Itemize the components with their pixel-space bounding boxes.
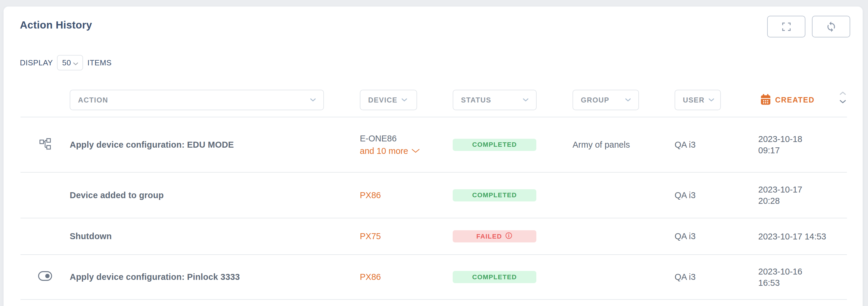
device-link[interactable]: PX75: [360, 231, 381, 241]
filter-device[interactable]: DEVICE: [360, 90, 417, 110]
action-label: Apply device configuration: Pinlock 3333: [70, 272, 240, 282]
calendar-icon: [760, 94, 771, 106]
fullscreen-icon: [781, 21, 792, 32]
action-type-icon-cell: [21, 271, 70, 283]
created-timestamp: 2023-10-18 09:17: [758, 133, 847, 156]
created-timestamp: 2023-10-17 14:53: [758, 231, 847, 242]
table-row: Apply device configuration: EDU MODE E-O…: [21, 117, 847, 173]
action-label: Shutdown: [70, 231, 112, 241]
sort-column-created[interactable]: CREATED: [758, 90, 847, 110]
user-label: QA i3: [675, 190, 695, 200]
fullscreen-button[interactable]: [767, 16, 805, 37]
chevron-down-icon: [73, 58, 78, 67]
refresh-icon: [826, 21, 837, 32]
sort-toggle[interactable]: [840, 91, 846, 105]
action-type-icon-cell: [21, 138, 70, 152]
sort-asc-icon: [840, 91, 846, 96]
status-badge: FAILED: [453, 230, 536, 243]
page-size-value: 50: [62, 58, 71, 67]
status-badge: COMPLETED: [453, 189, 536, 201]
status-label: COMPLETED: [472, 141, 517, 148]
table-row: Device added to group PX86 COMPLETED: [21, 173, 847, 218]
table-row: Shutdown PX75 FAILED QA i3: [21, 218, 847, 255]
user-label: QA i3: [675, 140, 695, 149]
group-label: Army of panels: [572, 140, 630, 149]
status-badge: COMPLETED: [453, 139, 536, 151]
status-label: COMPLETED: [472, 191, 517, 199]
page-size-select[interactable]: 50: [57, 55, 83, 71]
filter-status[interactable]: STATUS: [453, 90, 537, 110]
status-label: COMPLETED: [472, 273, 517, 281]
chevron-down-icon: [310, 98, 316, 103]
table-row: Apply device configuration: Pinlock 3333…: [21, 255, 847, 300]
action-label: Device added to group: [70, 190, 164, 200]
created-timestamp: 2023-10-16 16:53: [758, 266, 847, 288]
user-label: QA i3: [675, 272, 695, 282]
chevron-down-icon: [412, 149, 420, 153]
chevron-down-icon: [523, 98, 528, 103]
filter-group[interactable]: GROUP: [572, 90, 639, 110]
device-link[interactable]: PX86: [360, 272, 381, 282]
device-link[interactable]: PX86: [360, 190, 381, 200]
device-link[interactable]: E-ONE86: [360, 134, 397, 143]
page-size-control: DISPLAY 50 ITEMS: [20, 55, 112, 71]
sort-desc-icon: [840, 99, 846, 105]
created-label: CREATED: [775, 96, 815, 104]
status-badge: COMPLETED: [453, 271, 536, 283]
created-timestamp: 2023-10-17 20:28: [758, 184, 847, 206]
action-history-panel: Action History DISPLAY 50: [4, 6, 863, 306]
chevron-down-icon: [709, 98, 714, 103]
device-more-toggle[interactable]: and 10 more: [360, 146, 420, 156]
table-body: Apply device configuration: EDU MODE E-O…: [21, 117, 847, 300]
toggle-icon: [38, 271, 52, 283]
filter-action[interactable]: ACTION: [70, 90, 324, 110]
device-more-label: and 10 more: [360, 146, 408, 156]
items-label: ITEMS: [87, 58, 112, 67]
user-label: QA i3: [675, 231, 695, 241]
filter-user[interactable]: USER: [675, 90, 721, 110]
display-label: DISPLAY: [20, 58, 53, 67]
status-label: FAILED: [476, 232, 502, 240]
chevron-down-icon: [402, 98, 407, 103]
page-title: Action History: [20, 19, 92, 31]
table-header: ACTION DEVICE STATUS: [21, 90, 847, 110]
info-icon[interactable]: [505, 232, 513, 241]
sitemap-icon: [39, 138, 51, 152]
refresh-button[interactable]: [812, 16, 850, 37]
panel-toolbar: [767, 16, 850, 37]
chevron-down-icon: [625, 98, 631, 103]
action-label: Apply device configuration: EDU MODE: [70, 140, 234, 149]
